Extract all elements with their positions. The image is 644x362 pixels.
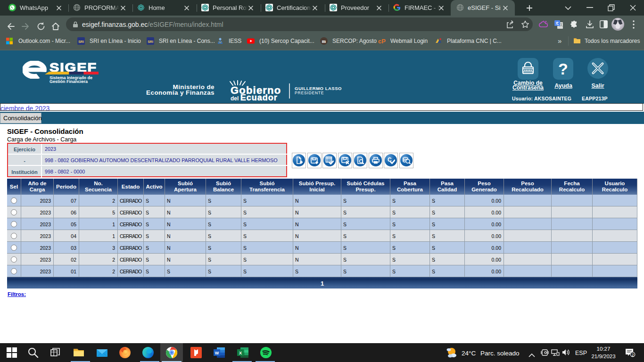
svg-text:W: W (215, 351, 219, 355)
svg-text:m: m (322, 39, 326, 44)
svg-text:SRI: SRI (148, 40, 153, 43)
svg-text:SRI: SRI (78, 40, 84, 43)
svg-text:X: X (239, 351, 242, 355)
svg-text:2: 2 (631, 353, 634, 357)
svg-text:cP: cP (378, 38, 386, 45)
